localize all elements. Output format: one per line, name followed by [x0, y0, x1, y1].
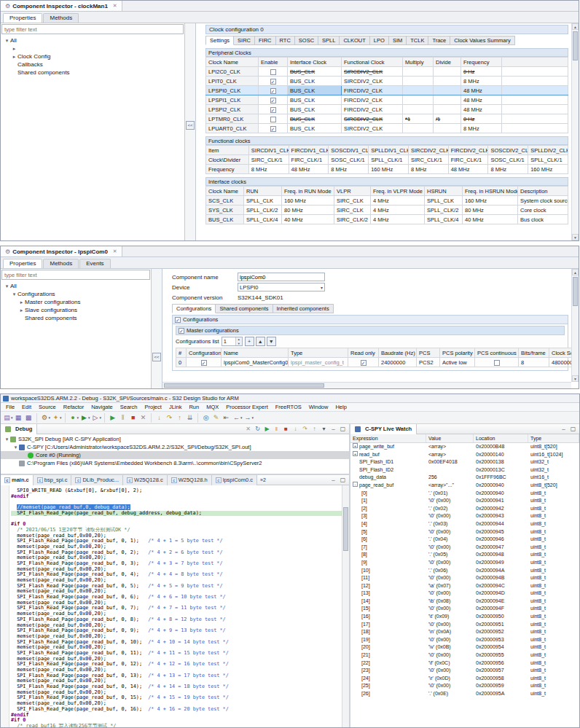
- clock-config-tab[interactable]: RTC: [276, 36, 295, 45]
- column-header[interactable]: HSRUN: [425, 187, 463, 196]
- clock-config-tab[interactable]: Settings: [205, 36, 234, 45]
- cell[interactable]: Core clock: [518, 206, 568, 215]
- column-header[interactable]: #: [176, 348, 187, 358]
- cell[interactable]: 8 MHz: [329, 165, 369, 174]
- move-down-button[interactable]: ▼: [267, 337, 276, 346]
- watch-expression-cell[interactable]: [14]: [350, 598, 426, 606]
- watch-expression-cell[interactable]: [13]: [350, 590, 426, 598]
- watch-expression-cell[interactable]: [24]: [350, 675, 426, 683]
- checked-checkbox[interactable]: ✓: [270, 79, 276, 85]
- column-header[interactable]: Freq. in RUN Mode: [282, 187, 334, 196]
- watch-row[interactable]: [2]'.' (0x02)0x20000942uint8_t: [350, 505, 579, 513]
- cell[interactable]: BUS_CLK: [288, 86, 342, 95]
- table-row[interactable]: SCS_CLKSPLL_CLK160 MHzSIRC_CLK4 MHzSPLL_…: [206, 196, 568, 206]
- view-tab-methods[interactable]: Methods: [43, 13, 79, 23]
- table-row[interactable]: BUS_CLKSPLL_CLK/440 MHzSIRC_CLK/24 MHzSP…: [206, 215, 568, 224]
- cell[interactable]: BUS_CLK: [288, 95, 342, 105]
- close-icon[interactable]: ✕: [113, 3, 117, 9]
- table-row[interactable]: LPTMR0_CLKBUS_CLKSIRCDIV2_CLK*1/10 Hz: [206, 114, 568, 124]
- column-header[interactable]: RUN: [244, 187, 282, 196]
- menu-file[interactable]: File: [2, 404, 18, 410]
- column-header[interactable]: PCS: [417, 348, 440, 358]
- column-header[interactable]: FIRCDIV1_CLK: [289, 146, 329, 155]
- cell[interactable]: BUS_CLK: [288, 114, 342, 124]
- cell[interactable]: 160 MHz: [369, 165, 409, 174]
- cell[interactable]: SIRC_CLK: [334, 196, 371, 206]
- cell[interactable]: 4 MHz: [371, 206, 425, 215]
- cell[interactable]: Bus clock: [518, 215, 568, 224]
- collapse-icon[interactable]: ▾: [4, 437, 10, 442]
- column-header[interactable]: Baudrate (Hz): [379, 348, 417, 358]
- column-header[interactable]: Value: [426, 434, 474, 442]
- cell[interactable]: Active low: [440, 358, 475, 367]
- cell[interactable]: LPSPI1_CLK: [206, 95, 259, 105]
- view-menu-icon[interactable]: ▾: [320, 425, 328, 433]
- cell[interactable]: 8 MHz: [461, 124, 502, 133]
- column-header[interactable]: PCS continuous: [475, 348, 519, 358]
- cell[interactable]: 8 MHz: [248, 165, 289, 174]
- cell[interactable]: 80 MHz: [463, 206, 518, 215]
- chevron-down-icon[interactable]: ▾: [60, 415, 62, 420]
- menu-project[interactable]: Project: [141, 404, 165, 410]
- watch-expression-cell[interactable]: [8]: [350, 551, 426, 559]
- column-header[interactable]: SPLLDIV1_CLK: [369, 146, 409, 155]
- view-tab-properties[interactable]: Properties: [3, 259, 42, 268]
- checked-checkbox[interactable]: ✓: [361, 360, 367, 366]
- watch-row[interactable]: +read_buf<array>0x20000140uint16_t[1024]: [350, 451, 579, 459]
- terminate-icon[interactable]: ■: [282, 425, 290, 433]
- unchecked-checkbox[interactable]: [494, 360, 500, 366]
- watch-row[interactable]: [11]'\0' (0x00)0x2000094Buint8_t: [350, 574, 579, 582]
- filter-input[interactable]: [1, 270, 150, 280]
- table-row[interactable]: Clock\DividerSIRC_CLK/1FIRC_CLK/1SOSC_CL…: [206, 155, 568, 165]
- configurations-count-stepper[interactable]: 1 ▲▼: [222, 337, 243, 346]
- watch-row[interactable]: [8]'.' (0x05)0x20000948uint8_t: [350, 551, 579, 559]
- minimize-icon[interactable]: –: [329, 425, 337, 433]
- cell[interactable]: LPSPI2_CLK: [206, 105, 259, 114]
- cell[interactable]: SPLL_CLK/1: [528, 155, 568, 165]
- suspend-icon[interactable]: ‖: [118, 413, 128, 423]
- cell[interactable]: [259, 67, 288, 77]
- cell[interactable]: BUS_CLK: [206, 215, 244, 224]
- vertical-scrollbar[interactable]: ▲ ▼: [571, 23, 579, 240]
- component-name-input[interactable]: [238, 273, 325, 281]
- watch-expression-cell[interactable]: [15]: [350, 605, 426, 613]
- scroll-down-icon[interactable]: ▼: [572, 375, 579, 382]
- cell[interactable]: 48 MHz: [448, 165, 488, 174]
- save-all-icon[interactable]: ▩: [24, 413, 34, 423]
- watch-row[interactable]: [23]'\0' (0x00)0x20000957uint8_t: [350, 667, 579, 675]
- clock-config-tab[interactable]: LPO: [370, 36, 389, 45]
- cell[interactable]: SPLL_CLK/4: [425, 215, 463, 224]
- cell[interactable]: 48 MHz: [461, 95, 502, 105]
- cell[interactable]: SPLL_CLK/4: [244, 215, 282, 224]
- clock-config-tab[interactable]: FIRC: [255, 36, 276, 45]
- vertical-scrollbar[interactable]: ▲ ▼: [571, 269, 579, 382]
- cell[interactable]: SYS_CLK: [206, 206, 244, 215]
- menu-processor-expert[interactable]: Processor Expert: [222, 404, 272, 410]
- cell[interactable]: System clock source: [518, 196, 568, 206]
- cell[interactable]: 4 MHz: [371, 196, 425, 206]
- watch-row[interactable]: [22]'\f' (0x0C)0x20000956uint8_t: [350, 659, 579, 668]
- view-tab-events[interactable]: Events: [79, 259, 110, 268]
- column-header[interactable]: Frequency: [461, 58, 502, 67]
- cell[interactable]: [434, 124, 461, 133]
- expand-icon[interactable]: ▸: [11, 46, 17, 52]
- menu-window[interactable]: Window: [305, 404, 332, 410]
- cell[interactable]: LPTMR0_CLK: [206, 114, 259, 124]
- cell[interactable]: FIRCDIV2_CLK: [342, 95, 403, 105]
- cell[interactable]: SPLL_CLK/1: [369, 155, 409, 165]
- cell[interactable]: SOSC_CLK/1: [488, 155, 528, 165]
- collapse-icon[interactable]: ▾: [12, 445, 19, 450]
- watch-expression-cell[interactable]: [3]: [350, 512, 426, 520]
- column-header[interactable]: Expression: [350, 434, 426, 442]
- config-tree-item[interactable]: Shared components: [1, 314, 151, 322]
- cell[interactable]: FIRC_CLK/1: [448, 155, 488, 165]
- column-header[interactable]: Type: [289, 348, 348, 358]
- move-up-button[interactable]: ▲: [256, 337, 265, 346]
- checked-checkbox[interactable]: ✓: [270, 126, 276, 132]
- column-header[interactable]: Clock Name: [206, 58, 259, 67]
- cell[interactable]: 48 MHz: [461, 105, 502, 114]
- window-tab-clockman1[interactable]: ⚙ Component Inspector - clockMan1 ✕: [1, 1, 122, 11]
- cell[interactable]: [434, 77, 461, 86]
- restart-icon[interactable]: ↻: [254, 425, 262, 433]
- cell[interactable]: SIRC_CLK/1: [248, 155, 289, 165]
